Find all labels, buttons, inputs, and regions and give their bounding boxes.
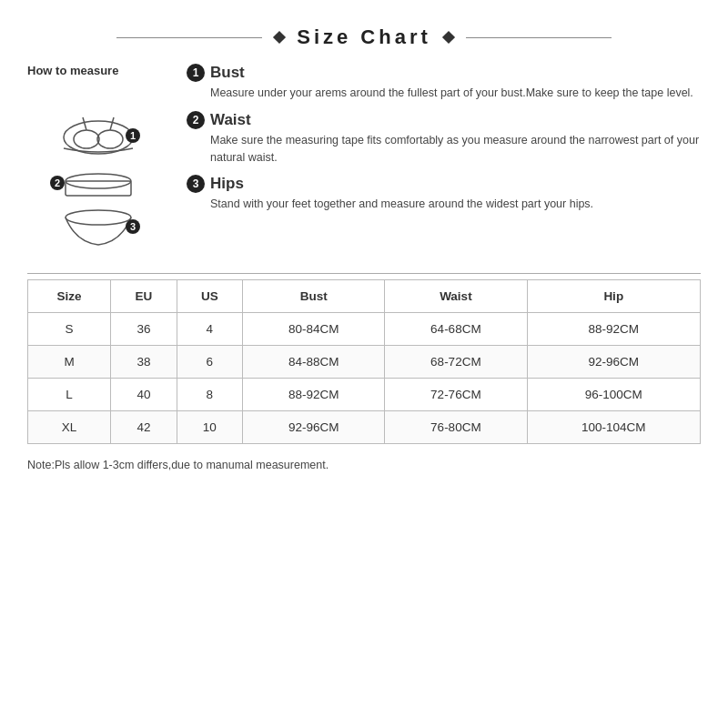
table-header-us: US: [177, 280, 242, 313]
table-cell-r3-c1: 42: [111, 411, 177, 444]
table-header-eu: EU: [111, 280, 177, 313]
svg-text:1: 1: [129, 130, 135, 141]
bust-desc: Measure under your arems around the full…: [187, 85, 701, 102]
table-cell-r1-c3: 84-88CM: [243, 346, 385, 379]
title-line-left: [116, 37, 262, 38]
table-cell-r2-c1: 40: [111, 379, 177, 411]
page: Size Chart How to measure 1: [0, 0, 728, 728]
table-cell-r1-c1: 38: [111, 346, 177, 379]
measure-left: How to measure 1: [27, 64, 168, 251]
table-row: M38684-88CM68-72CM92-96CM: [28, 346, 701, 379]
divider-top: [27, 273, 701, 274]
table-cell-r1-c0: M: [28, 346, 111, 379]
measure-item-hips: 3 Hips Stand with your feet together and…: [187, 175, 701, 213]
table-header-bust: Bust: [243, 280, 385, 313]
svg-line-4: [110, 117, 114, 130]
table-cell-r3-c0: XL: [28, 411, 111, 444]
title-row: Size Chart: [27, 25, 701, 49]
size-table: SizeEUUSBustWaistHip S36480-84CM64-68CM8…: [27, 279, 701, 444]
waist-num: 2: [187, 111, 205, 129]
table-row: XL421092-96CM76-80CM100-104CM: [28, 411, 701, 444]
table-cell-r1-c5: 92-96CM: [527, 346, 701, 379]
bust-num: 1: [187, 64, 205, 82]
title-diamond-left: [273, 31, 286, 44]
waist-label: Waist: [210, 111, 251, 129]
table-cell-r2-c4: 72-76CM: [385, 379, 527, 411]
table-cell-r0-c5: 88-92CM: [527, 313, 701, 346]
table-cell-r0-c2: 4: [177, 313, 242, 346]
svg-text:2: 2: [54, 177, 59, 188]
note: Note:Pls allow 1-3cm differs,due to manu…: [27, 459, 701, 471]
measure-item-bust: 1 Bust Measure under your arems around t…: [187, 64, 701, 102]
waist-desc: Make sure the measuring tape fits comfor…: [187, 132, 701, 167]
table-header-waist: Waist: [385, 280, 527, 313]
hips-desc: Stand with your feet together and measur…: [187, 196, 701, 213]
measure-section: How to measure 1: [27, 64, 701, 251]
table-cell-r0-c3: 80-84CM: [243, 313, 385, 346]
table-cell-r2-c0: L: [28, 379, 111, 411]
svg-point-2: [97, 130, 123, 148]
body-diagram: 1 2 3: [39, 83, 157, 251]
table-header-hip: Hip: [527, 280, 701, 313]
svg-point-11: [66, 210, 131, 225]
measure-section-label: How to measure: [27, 64, 118, 77]
table-cell-r1-c4: 68-72CM: [385, 346, 527, 379]
page-title: Size Chart: [297, 25, 431, 49]
table-cell-r0-c1: 36: [111, 313, 177, 346]
measure-right: 1 Bust Measure under your arems around t…: [187, 64, 701, 251]
measure-waist-title: 2 Waist: [187, 111, 701, 129]
table-header-row: SizeEUUSBustWaistHip: [28, 280, 701, 313]
measure-hips-title: 3 Hips: [187, 175, 701, 193]
table-cell-r1-c2: 6: [177, 346, 242, 379]
svg-text:3: 3: [129, 221, 135, 232]
table-row: L40888-92CM72-76CM96-100CM: [28, 379, 701, 411]
table-cell-r0-c4: 64-68CM: [385, 313, 527, 346]
hips-num: 3: [187, 175, 205, 193]
table-cell-r2-c2: 8: [177, 379, 242, 411]
table-cell-r2-c3: 88-92CM: [243, 379, 385, 411]
hips-label: Hips: [210, 175, 244, 193]
title-diamond-right: [442, 31, 455, 44]
measure-bust-title: 1 Bust: [187, 64, 701, 82]
table-row: S36480-84CM64-68CM88-92CM: [28, 313, 701, 346]
table-header-size: Size: [28, 280, 111, 313]
title-line-right: [466, 37, 612, 38]
table-cell-r0-c0: S: [28, 313, 111, 346]
table-cell-r2-c5: 96-100CM: [527, 379, 701, 411]
bust-label: Bust: [210, 64, 245, 82]
measure-item-waist: 2 Waist Make sure the measuring tape fit…: [187, 111, 701, 167]
table-cell-r3-c3: 92-96CM: [243, 411, 385, 444]
table-cell-r3-c5: 100-104CM: [527, 411, 701, 444]
table-cell-r3-c2: 10: [177, 411, 242, 444]
svg-line-3: [83, 117, 86, 130]
table-cell-r3-c4: 76-80CM: [385, 411, 527, 444]
svg-point-1: [74, 130, 99, 148]
